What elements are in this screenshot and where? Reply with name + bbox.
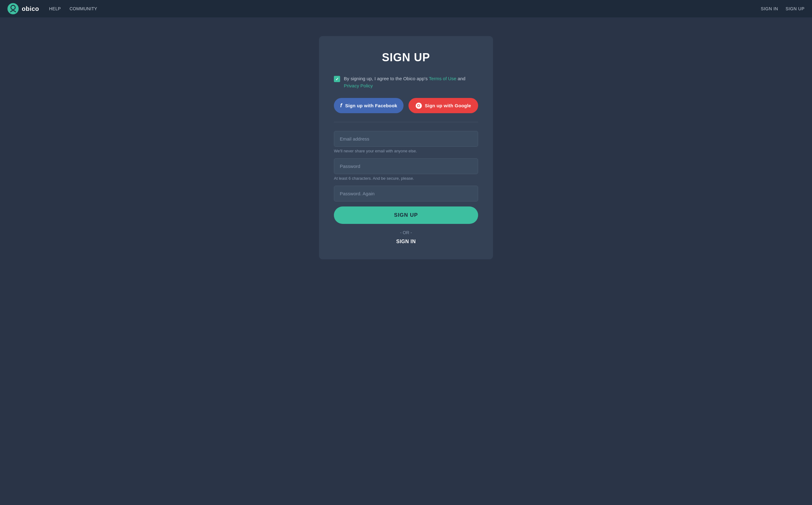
- facebook-button-label: Sign up with Facebook: [345, 103, 397, 108]
- google-icon: G: [416, 103, 422, 109]
- signup-title: SIGN UP: [334, 51, 478, 64]
- facebook-signup-button[interactable]: f Sign up with Facebook: [334, 98, 404, 113]
- terms-text-and: and: [458, 76, 465, 81]
- logo-text: obico: [22, 5, 39, 12]
- nav-links: HELP COMMUNITY: [49, 6, 97, 11]
- checkbox-check-icon: ✓: [336, 77, 339, 81]
- google-signup-button[interactable]: G Sign up with Google: [408, 98, 478, 113]
- password-group: At least 6 characters. And be secure, pl…: [334, 158, 478, 181]
- password-again-group: [334, 186, 478, 201]
- navbar: obico HELP COMMUNITY SIGN IN SIGN UP: [0, 0, 812, 17]
- terms-checkbox[interactable]: ✓: [334, 76, 340, 82]
- privacy-policy-link[interactable]: Privacy Policy: [344, 83, 373, 88]
- terms-row: ✓ By signing up, I agree to the Obico ap…: [334, 75, 478, 89]
- terms-of-use-link[interactable]: Terms of Use: [429, 76, 456, 81]
- password-input[interactable]: [334, 158, 478, 174]
- email-input[interactable]: [334, 131, 478, 147]
- logo-icon: [7, 3, 19, 14]
- or-divider-text: - OR -: [334, 230, 478, 235]
- password-hint: At least 6 characters. And be secure, pl…: [334, 176, 478, 181]
- terms-text: By signing up, I agree to the Obico app'…: [344, 75, 465, 89]
- password-again-input[interactable]: [334, 186, 478, 201]
- signup-card: SIGN UP ✓ By signing up, I agree to the …: [319, 36, 493, 259]
- nav-signup[interactable]: SIGN UP: [786, 6, 805, 11]
- email-hint: We'll never share your email with anyone…: [334, 149, 478, 153]
- terms-text-before: By signing up, I agree to the Obico app'…: [344, 76, 428, 81]
- logo-link[interactable]: obico: [7, 3, 39, 14]
- email-group: We'll never share your email with anyone…: [334, 131, 478, 153]
- svg-point-0: [7, 3, 19, 14]
- nav-community[interactable]: COMMUNITY: [70, 6, 97, 11]
- navbar-left: obico HELP COMMUNITY: [7, 3, 97, 14]
- google-button-label: Sign up with Google: [425, 103, 471, 108]
- social-buttons: f Sign up with Facebook G Sign up with G…: [334, 98, 478, 113]
- navbar-right: SIGN IN SIGN UP: [761, 6, 805, 11]
- facebook-icon: f: [340, 102, 342, 109]
- page-content: SIGN UP ✓ By signing up, I agree to the …: [0, 17, 812, 505]
- signup-button[interactable]: SIGN UP: [334, 206, 478, 224]
- divider: [334, 122, 478, 122]
- signin-link[interactable]: SIGN IN: [334, 239, 478, 244]
- nav-help[interactable]: HELP: [49, 6, 61, 11]
- nav-signin[interactable]: SIGN IN: [761, 6, 778, 11]
